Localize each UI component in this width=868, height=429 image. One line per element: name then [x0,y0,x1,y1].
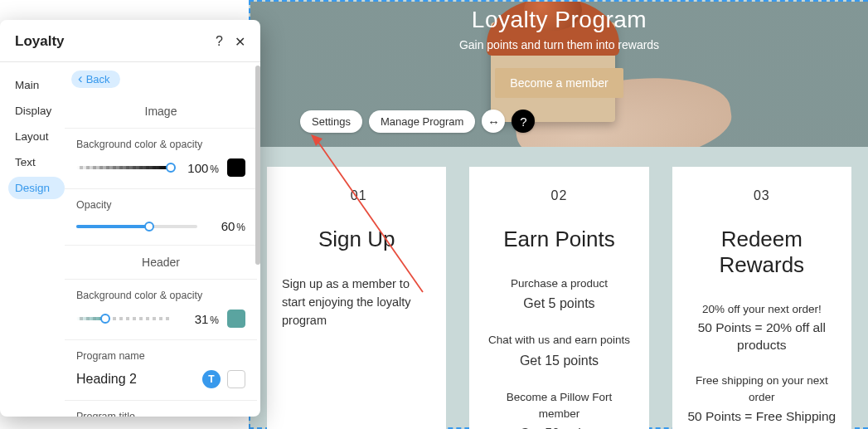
color-swatch[interactable] [227,370,245,388]
nav-design[interactable]: Design [8,177,65,199]
section-title-header: Header [65,245,257,279]
close-icon[interactable]: ✕ [235,34,245,50]
bg-opacity-slider[interactable] [76,162,171,173]
stretch-icon[interactable]: ↔ [482,110,505,133]
nav-display[interactable]: Display [8,100,65,122]
card-title: Sign Up [282,227,431,252]
card-number: 03 [687,188,836,203]
color-swatch[interactable] [227,158,245,177]
text-style-icon[interactable]: T [202,370,221,388]
nav-text[interactable]: Text [8,151,65,173]
program-name-value[interactable]: Heading 2 [76,372,137,387]
card-redeem: 03 Redeem Rewards 20% off your next orde… [672,167,851,429]
become-member-button[interactable]: Become a member [495,68,623,98]
card-body: Sign up as a member to start enjoying th… [282,275,431,329]
earn-points: Get 15 points [484,351,633,371]
color-swatch[interactable] [227,310,245,328]
field-label: Background color & opacity [76,290,245,301]
section-title-image: Image [65,95,257,128]
panel-nav: Main Display Layout Text Design [0,62,65,417]
redeem-equation: 50 Points = 20% off all products [687,319,836,354]
nav-layout[interactable]: Layout [8,125,65,148]
earn-points: Get 50 points [484,424,633,429]
field-label: Program title [76,411,245,417]
page-canvas: Loyalty Program Gain points and turn the… [249,0,868,429]
back-button[interactable]: Back [71,71,120,88]
earn-line: Purchase a product [484,275,633,292]
panel-title: Loyalty [15,33,65,50]
card-title: Redeem Rewards [687,227,836,278]
nav-main[interactable]: Main [8,74,65,96]
opacity-value: 60% [206,219,245,233]
manage-program-button[interactable]: Manage Program [369,110,475,133]
design-panel: Loyalty ? ✕ Main Display Layout Text Des… [0,20,260,417]
card-signup: 01 Sign Up Sign up as a member to start … [267,167,446,429]
widget-toolbar: Settings Manage Program ↔ ? [300,110,535,133]
card-title: Earn Points [484,227,633,252]
redeem-equation: 50 Points = Free Shipping for All Produc… [687,408,836,429]
opacity-slider[interactable] [76,221,197,232]
scrollbar[interactable] [255,62,260,417]
cards-row: 01 Sign Up Sign up as a member to start … [250,147,868,429]
bg-opacity-value: 100% [179,161,219,175]
hero-subtitle: Gain points and turn them into rewards [250,38,868,51]
hero-title: Loyalty Program [250,7,868,33]
earn-line: Chat with us and earn points [484,332,633,349]
field-label: Opacity [76,199,245,211]
settings-button[interactable]: Settings [300,110,362,133]
card-earn: 02 Earn Points Purchase a product Get 5 … [469,167,648,429]
field-label: Program name [76,350,245,362]
field-label: Background color & opacity [76,139,245,150]
earn-line: Become a Pillow Fort member [484,389,633,423]
redeem-line: 20% off your next order! [687,301,836,318]
help-icon[interactable]: ? [216,34,223,50]
card-number: 01 [351,188,367,202]
header-bg-slider[interactable] [76,313,171,324]
header-bg-value: 31% [179,312,219,326]
card-number: 02 [484,188,633,203]
help-icon[interactable]: ? [512,110,535,133]
hero-section: Loyalty Program Gain points and turn the… [250,2,868,147]
earn-points: Get 5 points [484,294,633,314]
redeem-line: Free shipping on your next order [687,373,836,407]
